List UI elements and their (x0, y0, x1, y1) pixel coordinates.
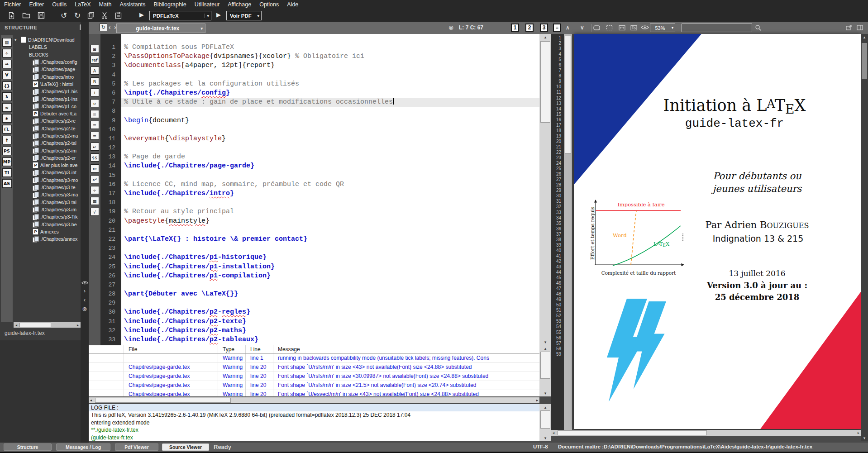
misc-text-icon[interactable]: † (2, 136, 12, 144)
messages-hscrollbar[interactable]: ◂ ▸ (89, 397, 539, 403)
compile-selector[interactable]: PDFLaTeX▾ (149, 11, 211, 20)
tree-item-include[interactable]: ./Chapitres/config (14, 58, 81, 66)
scroll-up-icon[interactable]: ▴ (539, 346, 551, 351)
scroll-right-icon[interactable]: ▸ (75, 323, 81, 327)
toggle-messages-icon[interactable] (81, 281, 88, 285)
structure-hscrollbar[interactable]: ◂ ▸ (14, 322, 81, 328)
editor-vscrollbar[interactable]: ▴ ▾ (539, 34, 551, 345)
previous-page-icon[interactable]: ∧ (566, 24, 570, 31)
asymptote-icon[interactable]: AS (2, 179, 12, 188)
menu-bibliographie[interactable]: Bibliographie (149, 1, 190, 8)
cut-icon[interactable] (100, 11, 110, 20)
special-symbols-icon[interactable]: ∗ (2, 114, 12, 123)
structure-list-icon[interactable]: ▤ (2, 38, 12, 47)
relation-symbols-icon[interactable]: ÷ (2, 49, 12, 57)
two-page-view-button[interactable]: 2 (525, 24, 534, 32)
newline-icon[interactable]: ↵ (91, 143, 99, 151)
tree-item-include[interactable]: ./Chapitres/p3-te (14, 184, 81, 191)
presentation-view-button[interactable]: ≡ (553, 24, 561, 32)
close-document-icon[interactable]: ⊗ (448, 24, 454, 31)
fit-width-icon[interactable] (618, 24, 626, 32)
tree-item-include[interactable]: ./Chapitres/p2-ma (14, 132, 81, 139)
tree-item-include[interactable]: ./Chapitres/p2-re (14, 117, 81, 124)
greek-letters-icon[interactable]: λ (2, 92, 12, 101)
label-ref-icon[interactable]: ref (91, 56, 99, 64)
pdf-left-scrollbar[interactable] (564, 34, 572, 430)
pdf-search-input[interactable] (682, 25, 752, 33)
tree-item-part[interactable]: PDébuter avec \La (14, 110, 81, 117)
scrollbar-thumb[interactable] (862, 43, 867, 79)
open-file-selector[interactable]: guide-latex-fr.tex▾ (116, 24, 205, 33)
menu-options[interactable]: Options (255, 1, 283, 8)
marquee-zoom-icon[interactable] (606, 24, 613, 32)
tree-item-include[interactable]: ./Chapitres/p2-im (14, 147, 81, 154)
fraction-icon[interactable]: ÷ (91, 186, 99, 194)
scroll-down-icon[interactable]: ▾ (861, 436, 868, 440)
message-row[interactable]: Warningline 1running in backwards compat… (89, 354, 539, 363)
scroll-down-icon[interactable]: ▾ (539, 340, 551, 344)
menu-latex[interactable]: LaTeX (71, 1, 95, 8)
message-row[interactable]: Chapitres/page-garde.texWarningline 20Fo… (89, 381, 539, 390)
tree-item-include[interactable]: ./Chapitres/p3-int (14, 169, 81, 176)
menu-utilisateur[interactable]: Utilisateur (191, 1, 224, 8)
scrollbar-thumb[interactable] (540, 41, 550, 123)
menu-editer[interactable]: Editer (25, 1, 48, 8)
brackets-icon[interactable]: (]. (2, 125, 12, 134)
misc-math-icon[interactable]: ∀ (2, 71, 12, 79)
scroll-up-icon[interactable]: ▴ (539, 35, 551, 39)
scroll-right-icon[interactable]: ▸ (858, 430, 859, 436)
presentation-eye-icon[interactable] (641, 25, 649, 30)
tree-item-section[interactable]: BLOCKS (14, 51, 81, 58)
code-editor[interactable]: % Compilation sous PDFLaTeX\PassOptionsT… (121, 34, 539, 345)
copy-icon[interactable] (86, 11, 96, 20)
bold-icon[interactable]: B (91, 77, 99, 86)
font-size-icon[interactable]: A (91, 67, 99, 75)
panel-tab-structure[interactable]: Structure (4, 443, 52, 451)
pdf-right-scrollbar[interactable]: ▴ ▾ (861, 34, 868, 441)
tree-item-include[interactable]: ./Chapitres/page- (14, 66, 81, 73)
tree-item-include[interactable]: ./Chapitres/p3-mo (14, 176, 81, 184)
log-vscrollbar[interactable]: ▴ ▾ (539, 404, 551, 441)
pdf-search-field[interactable] (682, 24, 752, 32)
tree-item-include[interactable]: ./Chapitres/p3-tal (14, 199, 81, 206)
close-messages-icon[interactable]: ⊗ (82, 306, 87, 312)
tree-item-part[interactable]: P\LaTeX{} : histoi (14, 81, 81, 88)
tree-item-include[interactable]: ./Chapitres/p3-Tik (14, 213, 81, 220)
enumerate-icon[interactable]: ≡ (91, 121, 99, 129)
emph-icon[interactable]: e (91, 99, 99, 107)
scroll-right-icon[interactable]: ▸ (536, 397, 538, 403)
search-icon[interactable] (755, 24, 762, 31)
scroll-up-icon[interactable]: ▴ (539, 405, 551, 410)
misc-symbols-icon[interactable]: ∞ (2, 103, 12, 112)
menu-outils[interactable]: Outils (48, 1, 71, 8)
next-document-icon[interactable]: › (114, 24, 116, 31)
tree-item-include[interactable]: ./Chapitres/annex (14, 235, 81, 243)
undo-icon[interactable]: ↺ (59, 11, 69, 20)
tree-item-part[interactable]: PAller plus loin ave (14, 162, 81, 169)
fit-page-icon[interactable] (630, 24, 638, 32)
refresh-structure-icon[interactable]: ↻ (100, 24, 107, 31)
subscript-icon[interactable]: x₂ (91, 164, 99, 172)
pstricks-icon[interactable]: PS (2, 147, 12, 155)
scrollbar-thumb[interactable] (540, 410, 550, 429)
one-page-view-button[interactable]: 1 (511, 24, 519, 32)
scrollbar-thumb[interactable] (558, 430, 707, 435)
tree-item-include[interactable]: ./Chapitres/p2-tal (14, 139, 81, 147)
menu-fichier[interactable]: Fichier (0, 1, 25, 8)
tree-item-include[interactable]: ./Chapitres/intro (14, 73, 81, 80)
itemize-icon[interactable]: ≡ (91, 110, 99, 118)
tree-item-include[interactable]: ./Chapitres/p2-te (14, 125, 81, 132)
matrix-icon[interactable]: ▦ (91, 197, 99, 205)
scrollbar-thumb[interactable] (95, 398, 231, 403)
message-row[interactable]: Chapitres/page-garde.texWarningline 20Fo… (89, 372, 539, 381)
panel-tab-messages-log[interactable]: Messages / Log (56, 443, 110, 451)
zoom-selector[interactable]: 53%▾ (650, 24, 675, 32)
panel-tab-pdf-viewer[interactable]: Pdf Viewer (115, 443, 158, 451)
italic-icon[interactable]: i (91, 88, 99, 96)
toggle-pdf-panel-icon[interactable] (856, 24, 863, 31)
scrollbar-thumb[interactable] (540, 352, 550, 379)
scroll-left-icon[interactable]: ◂ (553, 430, 554, 436)
scroll-down-icon[interactable]: ▾ (539, 436, 551, 440)
menu-math[interactable]: Math (95, 1, 116, 8)
tikz-icon[interactable]: TI (2, 168, 12, 177)
